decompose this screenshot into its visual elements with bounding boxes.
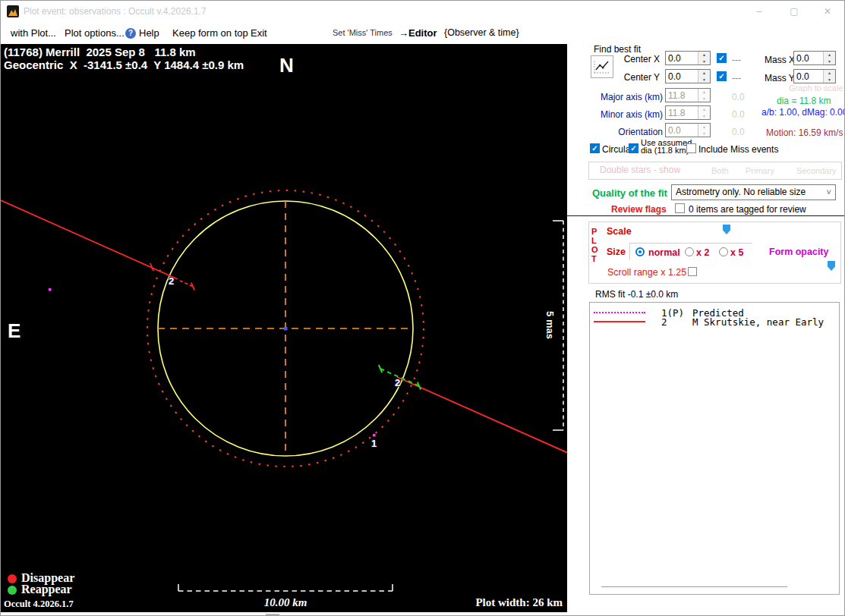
plot-area[interactable]: (11768) Merrill 2025 Sep 8 11.8 km Geoce…: [1, 44, 567, 612]
menu-observer-time[interactable]: {Observer & time}: [444, 22, 519, 44]
up-arrow-icon: ▲: [824, 52, 835, 58]
minor-axis-ghost: 0.0: [732, 109, 745, 120]
major-axis-ghost: 0.0: [732, 92, 745, 102]
title-bar: Plot event: observations : Occult v.4.20…: [1, 1, 844, 22]
east-label: E: [8, 319, 20, 343]
down-arrow-icon: ▼: [698, 130, 710, 137]
form-opacity-label: Form opacity: [769, 247, 829, 257]
include-miss-label: Include Miss events: [698, 144, 778, 155]
quality-dropdown[interactable]: Astrometry only. No reliable size ˅: [671, 184, 836, 200]
event-row-name[interactable]: M Skrutskie, near Early: [692, 316, 824, 328]
menu-exit[interactable]: Exit: [251, 22, 267, 44]
observed-line-swatch: [594, 321, 645, 322]
minor-axis-label: Minor axis (km): [594, 109, 663, 120]
chord2-path-left: [1, 200, 178, 279]
mass-y-spinner[interactable]: ▲▼: [823, 70, 835, 83]
center-x-dash: ---: [732, 55, 741, 65]
occult-plot-window: Plot event: observations : Occult v.4.20…: [0, 0, 845, 616]
up-arrow-icon: ▲: [824, 70, 835, 77]
down-arrow-icon: ▼: [824, 77, 835, 83]
center-x-label: Center X: [608, 54, 660, 64]
down-arrow-icon: ▼: [824, 58, 835, 65]
double-stars-both: Both: [711, 166, 729, 175]
close-button[interactable]: ✕: [810, 1, 845, 22]
north-label: N: [279, 54, 294, 77]
menu-set-miss-times[interactable]: Set 'Miss' Times: [333, 22, 393, 44]
chevron-down-icon: ˅: [827, 185, 831, 200]
plot-letters: P L O T: [591, 227, 598, 263]
menu-bar: with Plot... Plot options... ? Help Keep…: [1, 22, 567, 45]
dia-label: dia = 11.8 km: [777, 96, 831, 106]
minor-axis-input: 11.8 ▲▼: [665, 105, 711, 120]
mass-x-spinner[interactable]: ▲▼: [823, 52, 835, 64]
size-panel-border-left: [629, 243, 630, 259]
menu-with-plot[interactable]: with Plot...: [11, 22, 56, 44]
minimize-button[interactable]: –: [742, 1, 777, 22]
center-x-spinner[interactable]: ▲▼: [698, 52, 710, 64]
double-stars-secondary: Secondary: [796, 166, 837, 175]
major-axis-label: Major axis (km): [594, 92, 663, 102]
quality-label: Quality of the fit: [592, 187, 667, 199]
menu-help[interactable]: Help: [139, 22, 159, 44]
menu-editor[interactable]: →Editor: [399, 22, 437, 44]
center-x-checkbox[interactable]: ✓: [717, 53, 727, 63]
scroll-range-checkbox[interactable]: [688, 267, 697, 276]
mass-y-label: Mass Y: [765, 73, 795, 83]
events-listbox[interactable]: 1(P) Predicted 2 M Skrutskie, near Early: [589, 302, 840, 595]
center-y-label: Center Y: [608, 72, 660, 83]
plot-horizontal-scrollbar[interactable]: [1, 612, 567, 616]
up-arrow-icon: ▲: [698, 106, 710, 113]
review-flags-label: Review flags: [611, 204, 667, 215]
size-normal-label: normal: [648, 247, 680, 258]
center-x-input[interactable]: 0.0 ▲▼: [665, 51, 711, 65]
plot-geocentric: Geocentric X -3141.5 ±0.4 Y 1484.4 ±0.9 …: [4, 58, 244, 71]
menu-keep-on-top[interactable]: Keep form on top: [172, 22, 248, 44]
predicted-dot-2: [373, 434, 376, 437]
double-stars-label: Double stars - show: [600, 165, 680, 175]
center-marker: [284, 327, 288, 331]
mass-y-input[interactable]: 0.0 ▲▼: [793, 69, 836, 83]
use-assumed-checkbox[interactable]: ✓: [629, 143, 638, 153]
maximize-button[interactable]: ▢: [777, 1, 812, 22]
find-best-fit-label: Find best fit: [594, 44, 641, 55]
up-arrow-icon: ▲: [698, 124, 710, 130]
size-normal-radio[interactable]: [635, 247, 645, 256]
occult-version: Occult 4.2026.1.7: [4, 599, 74, 610]
plot-title: (11768) Merrill 2025 Sep 8 11.8 km: [4, 46, 196, 58]
up-arrow-icon: ▲: [698, 70, 710, 77]
chord2-label-reappear: 2: [395, 377, 400, 388]
size-x5-radio[interactable]: [719, 247, 728, 256]
orientation-ghost: 0.0: [732, 127, 745, 137]
predicted-line-swatch: [594, 312, 645, 313]
scroll-range-label: Scroll range x 1.25: [607, 267, 686, 278]
size-label: Size: [607, 247, 626, 257]
center-y-checkbox[interactable]: ✓: [717, 71, 727, 81]
use-assumed-label: Use assumeddia (11.8 km): [641, 139, 692, 154]
mass-x-input[interactable]: 0.0 ▲▼: [793, 51, 836, 65]
menu-plot-options[interactable]: Plot options...: [65, 22, 125, 44]
size-x2-radio[interactable]: [685, 247, 694, 256]
rms-fit-label: RMS fit -0.1 ±0.0 km: [595, 289, 678, 300]
review-flags-checkbox[interactable]: [675, 203, 685, 213]
occultation-plot-canvas[interactable]: [1, 44, 567, 612]
major-axis-input: 11.8 ▲▼: [665, 88, 711, 102]
circular-checkbox[interactable]: ✓: [590, 143, 600, 153]
center-y-dash: ---: [732, 73, 741, 83]
up-arrow-icon: ▲: [698, 52, 710, 58]
event-row-num[interactable]: 2: [661, 316, 667, 328]
center-y-spinner[interactable]: ▲▼: [698, 70, 710, 83]
size-x2-label: x 2: [696, 247, 709, 258]
help-icon[interactable]: ?: [125, 28, 136, 39]
size-panel-border-top: [629, 243, 752, 244]
include-miss-checkbox[interactable]: [686, 143, 696, 153]
motion-label: Motion: 16.59 km/s: [766, 127, 843, 138]
center-y-input[interactable]: 0.0 ▲▼: [665, 69, 711, 83]
listbox-bottom-line: [601, 586, 787, 587]
chord2-label-disappear: 2: [169, 275, 174, 287]
down-arrow-icon: ▼: [698, 96, 710, 102]
ab-dmag-label: a/b: 1.00, dMag: 0.00: [761, 107, 845, 118]
orientation-label: Orientation: [594, 127, 663, 137]
window-title: Plot event: observations : Occult v.4.20…: [24, 6, 207, 17]
down-arrow-icon: ▼: [698, 58, 710, 65]
orientation-input: 0.0 ▲▼: [665, 123, 711, 137]
